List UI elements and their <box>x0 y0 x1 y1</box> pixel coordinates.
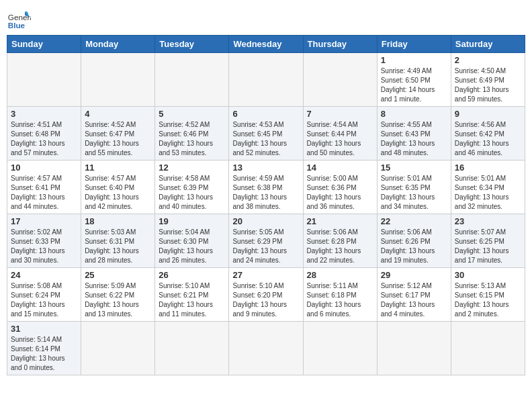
calendar-cell: 9Sunrise: 4:56 AM Sunset: 6:42 PM Daylig… <box>451 107 525 161</box>
day-number: 25 <box>85 270 151 280</box>
calendar-cell: 1Sunrise: 4:49 AM Sunset: 6:50 PM Daylig… <box>377 53 451 107</box>
cell-content: Sunrise: 4:57 AM Sunset: 6:40 PM Dayligh… <box>85 174 151 212</box>
calendar-cell: 31Sunrise: 5:14 AM Sunset: 6:14 PM Dayli… <box>7 322 81 375</box>
calendar-cell <box>377 322 451 375</box>
calendar-cell: 14Sunrise: 5:00 AM Sunset: 6:36 PM Dayli… <box>303 161 377 214</box>
calendar-cell: 23Sunrise: 5:07 AM Sunset: 6:25 PM Dayli… <box>451 214 525 268</box>
cell-content: Sunrise: 5:10 AM Sunset: 6:21 PM Dayligh… <box>159 281 225 319</box>
calendar-cell: 6Sunrise: 4:53 AM Sunset: 6:45 PM Daylig… <box>229 107 303 161</box>
day-number: 8 <box>381 109 447 119</box>
cell-content: Sunrise: 5:12 AM Sunset: 6:17 PM Dayligh… <box>381 281 447 319</box>
day-number: 24 <box>11 270 77 280</box>
cell-content: Sunrise: 4:56 AM Sunset: 6:42 PM Dayligh… <box>455 120 521 158</box>
cell-content: Sunrise: 4:52 AM Sunset: 6:47 PM Dayligh… <box>85 120 151 158</box>
calendar-cell: 12Sunrise: 4:58 AM Sunset: 6:39 PM Dayli… <box>155 161 229 214</box>
cell-content: Sunrise: 4:54 AM Sunset: 6:44 PM Dayligh… <box>307 120 373 158</box>
cell-content: Sunrise: 4:57 AM Sunset: 6:41 PM Dayligh… <box>11 174 77 212</box>
day-number: 14 <box>307 163 373 173</box>
cell-content: Sunrise: 5:06 AM Sunset: 6:26 PM Dayligh… <box>381 228 447 265</box>
weekday-header-saturday: Saturday <box>451 36 525 53</box>
cell-content: Sunrise: 5:14 AM Sunset: 6:14 PM Dayligh… <box>11 335 77 373</box>
cell-content: Sunrise: 4:52 AM Sunset: 6:46 PM Dayligh… <box>159 120 225 158</box>
day-number: 27 <box>232 270 299 280</box>
day-number: 18 <box>85 216 151 226</box>
calendar-cell: 17Sunrise: 5:02 AM Sunset: 6:33 PM Dayli… <box>7 214 81 268</box>
calendar-cell: 2Sunrise: 4:50 AM Sunset: 6:49 PM Daylig… <box>451 53 525 107</box>
cell-content: Sunrise: 4:59 AM Sunset: 6:38 PM Dayligh… <box>232 174 299 212</box>
cell-content: Sunrise: 5:05 AM Sunset: 6:29 PM Dayligh… <box>232 228 299 265</box>
cell-content: Sunrise: 5:02 AM Sunset: 6:33 PM Dayligh… <box>11 228 77 265</box>
weekday-header-row: SundayMondayTuesdayWednesdayThursdayFrid… <box>7 36 525 53</box>
day-number: 26 <box>159 270 225 280</box>
weekday-header-wednesday: Wednesday <box>229 36 303 53</box>
cell-content: Sunrise: 5:07 AM Sunset: 6:25 PM Dayligh… <box>455 228 521 265</box>
day-number: 9 <box>455 109 521 119</box>
calendar-cell: 19Sunrise: 5:04 AM Sunset: 6:30 PM Dayli… <box>155 214 229 268</box>
day-number: 30 <box>455 270 521 280</box>
cell-content: Sunrise: 5:06 AM Sunset: 6:28 PM Dayligh… <box>307 228 373 265</box>
calendar-cell <box>451 322 525 375</box>
weekday-header-tuesday: Tuesday <box>155 36 229 53</box>
calendar-week-row: 17Sunrise: 5:02 AM Sunset: 6:33 PM Dayli… <box>7 214 525 268</box>
day-number: 28 <box>307 270 373 280</box>
calendar-table: SundayMondayTuesdayWednesdayThursdayFrid… <box>7 35 525 375</box>
day-number: 16 <box>455 163 521 173</box>
day-number: 22 <box>381 216 447 226</box>
day-number: 29 <box>381 270 447 280</box>
calendar-cell <box>155 322 229 375</box>
day-number: 19 <box>159 216 225 226</box>
cell-content: Sunrise: 5:11 AM Sunset: 6:18 PM Dayligh… <box>307 281 373 319</box>
calendar-cell: 25Sunrise: 5:09 AM Sunset: 6:22 PM Dayli… <box>81 268 155 322</box>
calendar-cell <box>155 53 229 107</box>
day-number: 20 <box>232 216 299 226</box>
day-number: 17 <box>11 216 77 226</box>
calendar-cell: 7Sunrise: 4:54 AM Sunset: 6:44 PM Daylig… <box>303 107 377 161</box>
cell-content: Sunrise: 5:01 AM Sunset: 6:35 PM Dayligh… <box>381 174 447 212</box>
calendar-cell <box>81 322 155 375</box>
calendar-cell: 3Sunrise: 4:51 AM Sunset: 6:48 PM Daylig… <box>7 107 81 161</box>
day-number: 23 <box>455 216 521 226</box>
logo: General Blue <box>7 7 31 31</box>
calendar-cell: 22Sunrise: 5:06 AM Sunset: 6:26 PM Dayli… <box>377 214 451 268</box>
cell-content: Sunrise: 4:49 AM Sunset: 6:50 PM Dayligh… <box>381 66 447 104</box>
calendar-cell: 21Sunrise: 5:06 AM Sunset: 6:28 PM Dayli… <box>303 214 377 268</box>
svg-text:Blue: Blue <box>8 21 26 30</box>
calendar-cell <box>7 53 81 107</box>
weekday-header-friday: Friday <box>377 36 451 53</box>
calendar-cell: 28Sunrise: 5:11 AM Sunset: 6:18 PM Dayli… <box>303 268 377 322</box>
cell-content: Sunrise: 5:10 AM Sunset: 6:20 PM Dayligh… <box>232 281 299 319</box>
calendar-cell: 30Sunrise: 5:13 AM Sunset: 6:15 PM Dayli… <box>451 268 525 322</box>
day-number: 3 <box>11 109 77 119</box>
calendar-week-row: 1Sunrise: 4:49 AM Sunset: 6:50 PM Daylig… <box>7 53 525 107</box>
calendar-cell: 5Sunrise: 4:52 AM Sunset: 6:46 PM Daylig… <box>155 107 229 161</box>
cell-content: Sunrise: 5:04 AM Sunset: 6:30 PM Dayligh… <box>159 228 225 265</box>
calendar-cell <box>229 322 303 375</box>
calendar-week-row: 24Sunrise: 5:08 AM Sunset: 6:24 PM Dayli… <box>7 268 525 322</box>
calendar-week-row: 10Sunrise: 4:57 AM Sunset: 6:41 PM Dayli… <box>7 161 525 214</box>
day-number: 4 <box>85 109 151 119</box>
calendar-cell: 15Sunrise: 5:01 AM Sunset: 6:35 PM Dayli… <box>377 161 451 214</box>
calendar-week-row: 31Sunrise: 5:14 AM Sunset: 6:14 PM Dayli… <box>7 322 525 375</box>
calendar-cell: 27Sunrise: 5:10 AM Sunset: 6:20 PM Dayli… <box>229 268 303 322</box>
calendar-cell: 10Sunrise: 4:57 AM Sunset: 6:41 PM Dayli… <box>7 161 81 214</box>
calendar-cell: 11Sunrise: 4:57 AM Sunset: 6:40 PM Dayli… <box>81 161 155 214</box>
calendar-cell: 20Sunrise: 5:05 AM Sunset: 6:29 PM Dayli… <box>229 214 303 268</box>
day-number: 31 <box>11 324 77 334</box>
logo-icon: General Blue <box>7 7 31 31</box>
cell-content: Sunrise: 4:53 AM Sunset: 6:45 PM Dayligh… <box>232 120 299 158</box>
page-header: General Blue <box>7 7 525 31</box>
cell-content: Sunrise: 5:00 AM Sunset: 6:36 PM Dayligh… <box>307 174 373 212</box>
cell-content: Sunrise: 5:13 AM Sunset: 6:15 PM Dayligh… <box>455 281 521 319</box>
weekday-header-thursday: Thursday <box>303 36 377 53</box>
weekday-header-sunday: Sunday <box>7 36 81 53</box>
day-number: 7 <box>307 109 373 119</box>
cell-content: Sunrise: 4:55 AM Sunset: 6:43 PM Dayligh… <box>381 120 447 158</box>
cell-content: Sunrise: 5:09 AM Sunset: 6:22 PM Dayligh… <box>85 281 151 319</box>
calendar-cell: 29Sunrise: 5:12 AM Sunset: 6:17 PM Dayli… <box>377 268 451 322</box>
cell-content: Sunrise: 4:51 AM Sunset: 6:48 PM Dayligh… <box>11 120 77 158</box>
weekday-header-monday: Monday <box>81 36 155 53</box>
day-number: 2 <box>455 55 521 65</box>
calendar-cell: 24Sunrise: 5:08 AM Sunset: 6:24 PM Dayli… <box>7 268 81 322</box>
day-number: 15 <box>381 163 447 173</box>
calendar-week-row: 3Sunrise: 4:51 AM Sunset: 6:48 PM Daylig… <box>7 107 525 161</box>
